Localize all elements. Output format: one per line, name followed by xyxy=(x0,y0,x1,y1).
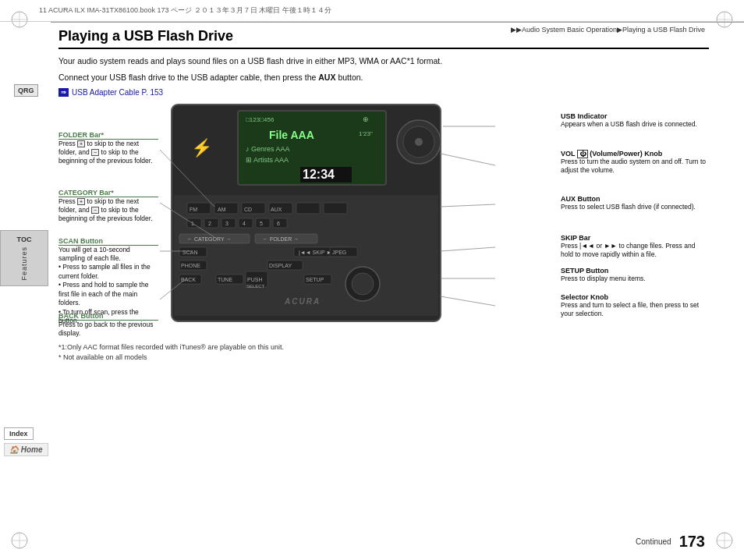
skip-bar-callout: SKIP Bar Press |◄◄ or ►► to change files… xyxy=(561,234,709,260)
aux-button-text: Press to select USB flash drive (if conn… xyxy=(561,203,709,211)
svg-rect-35 xyxy=(204,218,218,228)
file-info: 11 ACURA ILX IMA-31TX86100.book 173 ページ … xyxy=(39,5,331,16)
svg-text:AUX: AUX xyxy=(271,207,282,212)
continued-text: Continued xyxy=(636,537,671,546)
vol-knob-callout: VOL ⏻ (Volume/Power) Knob Press to turn … xyxy=(561,150,709,175)
svg-text:ACURA: ACURA xyxy=(284,297,321,306)
svg-text:5: 5 xyxy=(260,221,263,226)
svg-text:PHONE: PHONE xyxy=(181,263,200,268)
svg-text:4: 4 xyxy=(243,221,246,226)
svg-text:CD: CD xyxy=(244,207,252,212)
svg-text:DISPLAY: DISPLAY xyxy=(269,263,292,268)
svg-rect-36 xyxy=(221,218,236,228)
svg-rect-29 xyxy=(324,203,347,214)
svg-text:← CATEGORY →: ← CATEGORY → xyxy=(187,236,231,242)
toc-section: TOC Features xyxy=(0,230,48,286)
svg-text:← FOLDER →: ← FOLDER → xyxy=(263,236,299,242)
usb-indicator-title: USB Indicator xyxy=(561,112,709,120)
svg-text:SETUP: SETUP xyxy=(306,277,324,282)
back-button-text: Press to go back to the previous display… xyxy=(58,321,158,338)
usb-indicator-callout: USB Indicator Appears when a USB flash d… xyxy=(561,112,709,129)
svg-text:JPEG: JPEG xyxy=(332,250,346,255)
svg-text:SELECT: SELECT xyxy=(246,284,265,289)
svg-text:⊞ Artists AAA: ⊞ Artists AAA xyxy=(246,156,289,164)
aux-button-title: AUX Button xyxy=(561,195,709,203)
main-content: Playing a USB Flash Drive Your audio sys… xyxy=(51,22,744,560)
svg-line-80 xyxy=(441,154,495,165)
back-button-title: BACK Button xyxy=(58,312,158,321)
svg-text:⊕: ⊕ xyxy=(363,115,369,123)
skip-bar-title: SKIP Bar xyxy=(561,234,709,242)
svg-text:AM: AM xyxy=(218,207,226,212)
page-footer: Continued 173 xyxy=(636,533,705,551)
svg-text:⚡: ⚡ xyxy=(191,137,213,158)
home-icon: 🏠 xyxy=(9,445,19,454)
features-label: Features xyxy=(20,246,28,281)
svg-point-70 xyxy=(352,273,374,295)
svg-text:2: 2 xyxy=(208,221,211,226)
scan-button-title: SCAN Button xyxy=(58,237,158,246)
intro-text: Your audio system reads and plays sound … xyxy=(58,55,709,68)
note2: * Not available on all models xyxy=(58,353,709,363)
vol-knob-text: Press to turn the audio system on and of… xyxy=(561,158,709,175)
qrg-badge: QRG xyxy=(14,84,38,97)
svg-rect-34 xyxy=(187,218,201,228)
folder-bar-title: FOLDER Bar* xyxy=(58,131,158,140)
svg-text:♪ Genres AAA: ♪ Genres AAA xyxy=(246,145,290,153)
svg-point-73 xyxy=(415,138,423,146)
category-bar-callout: CATEGORY Bar* Press + to skip to the nex… xyxy=(58,189,158,224)
link-text: USB Adapter Cable P. 153 xyxy=(72,88,163,97)
page-number: 173 xyxy=(679,533,705,551)
svg-text:SCAN: SCAN xyxy=(182,250,197,255)
svg-rect-28 xyxy=(296,203,320,214)
selector-knob-text: Press and turn to select a file, then pr… xyxy=(561,301,709,319)
back-button-callout: BACK Button Press to go back to the prev… xyxy=(58,312,158,338)
svg-rect-38 xyxy=(256,218,270,228)
svg-text:12:34: 12:34 xyxy=(303,168,335,181)
link-ref[interactable]: ⇒ USB Adapter Cable P. 153 xyxy=(58,88,709,97)
folder-bar-callout: FOLDER Bar* Press + to skip to the next … xyxy=(58,131,158,166)
selector-knob-callout: Selector Knob Press and turn to select a… xyxy=(561,293,709,319)
page-title: Playing a USB Flash Drive xyxy=(58,28,709,49)
svg-text:File AAA: File AAA xyxy=(269,129,314,141)
svg-text:TUNE: TUNE xyxy=(218,277,232,282)
svg-line-84 xyxy=(441,296,495,306)
svg-text:BACK: BACK xyxy=(181,277,196,282)
aux-button-callout: AUX Button Press to select USB flash dri… xyxy=(561,195,709,211)
arrow-icon: ⇒ xyxy=(58,88,69,97)
home-label[interactable]: 🏠 Home xyxy=(4,443,48,456)
setup-button-text: Press to display menu items. xyxy=(561,275,709,283)
category-bar-text: Press + to skip to the next folder, and … xyxy=(58,197,158,224)
skip-bar-text: Press |◄◄ or ►► to change files. Press a… xyxy=(561,242,709,260)
setup-button-callout: SETUP Button Press to display menu items… xyxy=(561,267,709,283)
vol-knob-title: VOL ⏻ (Volume/Power) Knob xyxy=(561,150,709,158)
svg-rect-37 xyxy=(239,218,253,228)
toc-label: TOC xyxy=(17,236,32,243)
bottom-notes: *1:Only AAC format files recorded with i… xyxy=(58,342,709,363)
folder-bar-text: Press + to skip to the next folder, and … xyxy=(58,140,158,166)
selector-knob-title: Selector Knob xyxy=(561,293,709,301)
svg-text:FM: FM xyxy=(190,207,197,212)
svg-text:3: 3 xyxy=(225,221,229,226)
category-bar-title: CATEGORY Bar* xyxy=(58,189,158,197)
header-bar: 11 ACURA ILX IMA-31TX86100.book 173 ページ … xyxy=(0,0,744,22)
usb-indicator-text: Appears when a USB flash drive is connec… xyxy=(561,120,709,129)
svg-line-81 xyxy=(441,204,495,207)
connect-text: Connect your USB flash drive to the USB … xyxy=(58,72,709,84)
svg-text:□123□456: □123□456 xyxy=(246,116,275,123)
svg-text:6: 6 xyxy=(277,221,280,226)
index-label[interactable]: Index xyxy=(4,427,34,440)
setup-button-title: SETUP Button xyxy=(561,267,709,275)
svg-text:1'23": 1'23" xyxy=(359,130,373,137)
svg-rect-39 xyxy=(273,218,287,228)
svg-text:PUSH: PUSH xyxy=(247,277,262,282)
svg-line-82 xyxy=(441,247,495,251)
left-sidebar: QRG TOC Features Index 🏠 Home xyxy=(0,0,51,560)
